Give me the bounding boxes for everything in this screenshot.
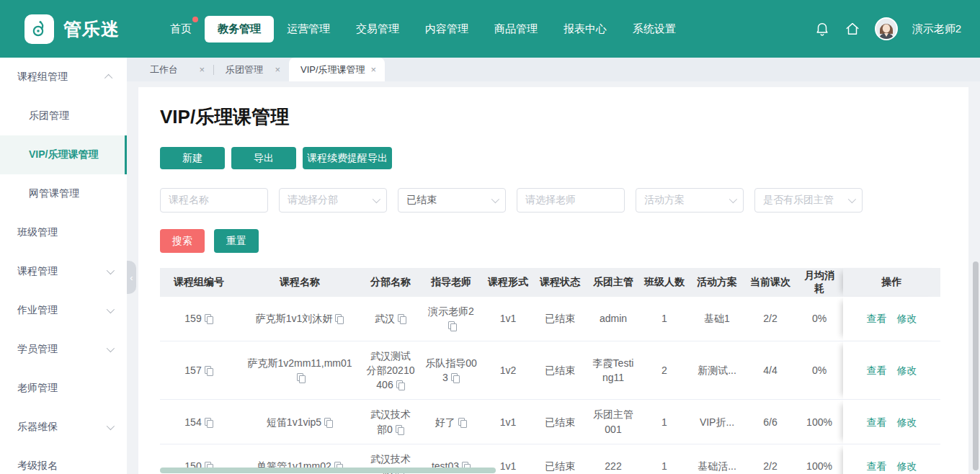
filter-placeholder: 活动方案 (644, 194, 685, 207)
sidebar: 课程组管理乐团管理VIP/乐理课管理网管课管理班级管理课程管理作业管理学员管理老… (0, 58, 127, 474)
column-header: 当前课次 (745, 268, 796, 297)
tab-label: 工作台 (150, 63, 178, 76)
cell-teacher: 好了 (419, 400, 483, 444)
filter-input-4[interactable]: 请选择老师 (517, 188, 625, 213)
nav-item-5[interactable]: 内容管理 (412, 16, 481, 43)
sidebar-item-label: 班级管理 (17, 226, 58, 239)
cell-status: 已结束 (533, 297, 587, 341)
sidebar-item-label: 课程管理 (17, 265, 58, 278)
copy-icon[interactable] (451, 373, 460, 383)
tab-2[interactable]: 乐团管理× (214, 58, 289, 81)
action-button-3[interactable]: 课程续费提醒导出 (303, 147, 392, 169)
sidebar-item-11[interactable]: 考级报名 (0, 447, 127, 474)
column-header: 课程形式 (483, 268, 533, 297)
sidebar-item-8[interactable]: 学员管理 (0, 330, 127, 369)
cell-name: 短笛1v1vip5 (238, 400, 362, 444)
view-link[interactable]: 查看 (867, 460, 887, 472)
home-icon[interactable] (845, 21, 860, 37)
cell-actions: 查看修改 (843, 297, 940, 341)
copy-icon[interactable] (297, 373, 306, 383)
copy-icon[interactable] (458, 418, 467, 427)
filter-select-2[interactable]: 请选择分部 (279, 188, 387, 213)
cell-consumption: 0% (796, 341, 843, 400)
sidebar-item-label: 乐团管理 (29, 109, 69, 122)
copy-icon[interactable] (398, 314, 406, 323)
edit-link[interactable]: 修改 (897, 416, 917, 428)
copy-icon[interactable] (324, 418, 333, 427)
sidebar-item-6[interactable]: 课程管理 (0, 252, 127, 291)
copy-icon[interactable] (396, 380, 405, 390)
copy-icon[interactable] (205, 418, 213, 427)
action-button-1[interactable]: 新建 (160, 147, 225, 169)
cell-branch: 武汉技术部0 (362, 400, 419, 444)
nav-item-6[interactable]: 商品管理 (481, 16, 551, 43)
filter-select-6[interactable]: 是否有乐团主管 (754, 188, 863, 213)
sidebar-item-7[interactable]: 作业管理 (0, 291, 127, 330)
sidebar-item-5[interactable]: 班级管理 (0, 213, 127, 252)
filter-select-3[interactable]: 已结束 (398, 188, 506, 213)
action-button-2[interactable]: 导出 (231, 147, 296, 169)
sidebar-item-4[interactable]: 网管课管理 (0, 174, 127, 213)
cell-teacher: 乐队指导003 (419, 341, 483, 400)
cell-id: 159 (160, 297, 238, 341)
view-link[interactable]: 查看 (867, 416, 887, 428)
sidebar-item-2[interactable]: 乐团管理 (0, 97, 127, 135)
brand-logo-icon (24, 14, 54, 44)
edit-link[interactable]: 修改 (897, 365, 917, 376)
view-link[interactable]: 查看 (867, 365, 887, 376)
user-name[interactable]: 演示老师2 (912, 22, 961, 36)
close-icon[interactable]: × (371, 64, 377, 75)
tab-3[interactable]: VIP/乐理课管理× (289, 58, 385, 81)
reset-button[interactable]: 重置 (214, 229, 259, 253)
notifications-bell-icon[interactable] (814, 21, 830, 37)
cell-plan: 新测试... (689, 341, 745, 400)
sidebar-item-10[interactable]: 乐器维保 (0, 408, 127, 447)
filter-value: 已结束 (406, 194, 437, 207)
cell-leader: admin (587, 297, 640, 341)
sidebar-item-label: 老师管理 (17, 382, 58, 395)
sidebar-collapse-handle[interactable]: ‹ (127, 261, 136, 294)
horizontal-scrollbar[interactable] (160, 468, 496, 473)
sidebar-item-1[interactable]: 课程组管理 (0, 58, 127, 97)
filter-select-5[interactable]: 活动方案 (636, 188, 744, 213)
nav-item-1[interactable]: 首页 (157, 16, 205, 43)
cell-form: 1v1 (483, 400, 533, 444)
nav-item-8[interactable]: 系统设置 (620, 16, 689, 43)
cell-leader: 李霞Testing11 (587, 341, 640, 400)
vertical-scrollbar[interactable] (973, 261, 979, 470)
sidebar-item-9[interactable]: 老师管理 (0, 369, 127, 408)
copy-icon[interactable] (335, 314, 344, 323)
sidebar-item-label: VIP/乐理课管理 (29, 148, 98, 161)
filter-input-1[interactable]: 课程名称 (160, 188, 268, 213)
avatar[interactable] (875, 17, 898, 40)
filter-placeholder: 请选择老师 (525, 194, 576, 207)
edit-link[interactable]: 修改 (897, 313, 917, 324)
body-row: 课程组管理乐团管理VIP/乐理课管理网管课管理班级管理课程管理作业管理学员管理老… (0, 58, 980, 474)
cell-leader: 乐团主管001 (587, 400, 640, 444)
copy-icon[interactable] (448, 321, 457, 331)
top-nav: 首页教务管理运营管理交易管理内容管理商品管理报表中心系统设置 (157, 16, 689, 43)
copy-icon[interactable] (205, 314, 213, 323)
filter-placeholder: 请选择分部 (288, 194, 338, 207)
topbar-right: 演示老师2 (814, 17, 961, 40)
edit-link[interactable]: 修改 (897, 460, 917, 472)
search-button[interactable]: 搜索 (160, 229, 205, 253)
copy-icon[interactable] (396, 425, 404, 434)
cell-plan: VIP折... (689, 400, 745, 444)
cell-id: 157 (160, 341, 238, 400)
copy-icon[interactable] (205, 366, 213, 375)
view-link[interactable]: 查看 (867, 313, 887, 324)
close-icon[interactable]: × (199, 64, 205, 75)
cell-branch: 武汉 (362, 297, 419, 341)
nav-item-4[interactable]: 交易管理 (343, 16, 412, 43)
column-header: 月均消耗 (796, 268, 843, 297)
nav-item-2[interactable]: 教务管理 (205, 16, 274, 43)
brand[interactable]: 管乐迷 (24, 14, 157, 44)
nav-item-3[interactable]: 运营管理 (274, 16, 343, 43)
tab-label: VIP/乐理课管理 (300, 63, 365, 76)
page-card: VIP/乐理课管理 新建导出课程续费提醒导出 课程名称请选择分部已结束请选择老师… (138, 87, 968, 474)
tab-1[interactable]: 工作台× (138, 58, 213, 81)
close-icon[interactable]: × (275, 64, 280, 75)
nav-item-7[interactable]: 报表中心 (551, 16, 620, 43)
sidebar-item-3[interactable]: VIP/乐理课管理 (0, 135, 127, 174)
